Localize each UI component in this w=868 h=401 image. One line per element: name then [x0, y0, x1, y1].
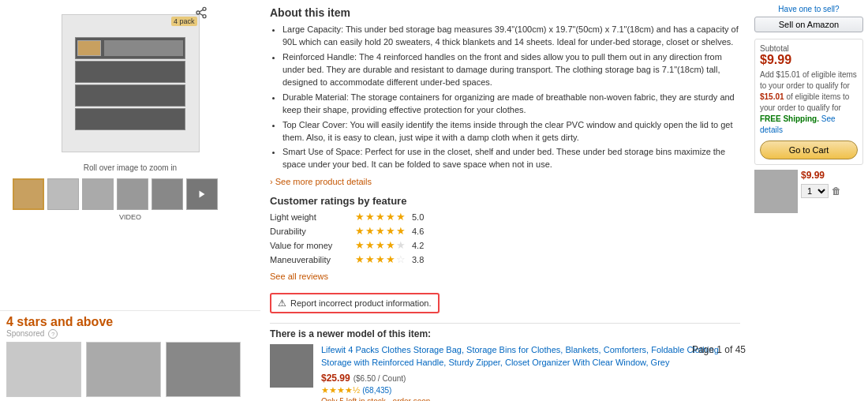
newer-model-review-count[interactable]: (68,435): [362, 386, 391, 395]
rating-label-maneuverability: Maneuverability: [270, 255, 349, 264]
rating-value-durability: 4.6: [412, 227, 424, 236]
bullet-1: Large Capacity: This under bed storage b…: [282, 24, 740, 49]
stars-value: ★ ★ ★ ★ ★: [355, 239, 406, 251]
svg-line-3: [199, 13, 203, 16]
see-more-link[interactable]: › See more product details: [270, 177, 372, 186]
price-diff: $15.01: [760, 92, 786, 101]
rating-label-lightweight: Light weight: [270, 212, 349, 222]
sponsored-product-1[interactable]: [6, 342, 81, 397]
cart-item-preview: $9.99 1 2 3 🗑: [754, 170, 863, 213]
free-shipping-text: FREE Shipping.: [760, 114, 819, 123]
thumbnail-5[interactable]: [152, 178, 183, 210]
subtotal-label: Subtotal: [760, 44, 858, 53]
ratings-title: Customer ratings by feature: [270, 195, 740, 207]
sponsored-product-3[interactable]: [166, 342, 241, 397]
newer-model-link[interactable]: Lifewit 4 Packs Clothes Storage Bag, Sto…: [321, 345, 719, 366]
newer-model-info: Lifewit 4 Packs Clothes Storage Bag, Sto…: [321, 344, 740, 401]
cart-preview-image: [754, 170, 798, 213]
rating-row-value: Value for money ★ ★ ★ ★ ★ 4.2: [270, 239, 740, 251]
subtotal-section: Subtotal $9.99 Add $15.01 of eligible it…: [754, 39, 863, 165]
rating-row-maneuverability: Maneuverability ★ ★ ★ ★ ☆ 3.8: [270, 253, 740, 265]
bullet-2: Reinforced Handle: The 4 reinforced hand…: [282, 51, 740, 89]
newer-model-price: $25.99: [321, 373, 350, 384]
thumbnail-4[interactable]: [117, 178, 148, 210]
bullet-4: Top Clear Cover: You will easily identif…: [282, 119, 740, 144]
stars-durability: ★ ★ ★ ★ ★: [355, 225, 406, 237]
thumbnail-3[interactable]: [82, 178, 114, 210]
go-to-cart-button[interactable]: Go to Cart: [760, 141, 858, 159]
ratings-section: Customer ratings by feature Light weight…: [270, 195, 740, 282]
newer-model-price-per: ($6.50 / Count): [354, 374, 406, 383]
thumbnail-6[interactable]: [186, 178, 218, 210]
stars-maneuverability: ★ ★ ★ ★ ☆: [355, 253, 406, 265]
rating-label-value: Value for money: [270, 241, 349, 250]
sponsored-label: Sponsored ?: [6, 329, 254, 339]
report-box[interactable]: ⚠ Report incorrect product information.: [270, 293, 440, 313]
add-info: Add $15.01 of eligible items to your ord…: [760, 69, 858, 136]
rating-row-lightweight: Light weight ★ ★ ★ ★ ★ 5.0: [270, 211, 740, 223]
delete-icon[interactable]: 🗑: [832, 186, 841, 197]
svg-point-0: [203, 7, 206, 10]
newer-model-image: [270, 344, 313, 388]
cart-item-price: $9.99: [801, 170, 841, 181]
quantity-select[interactable]: 1 2 3: [801, 184, 829, 198]
page-indicator: Page 1 of 45: [692, 344, 746, 355]
svg-point-1: [196, 11, 200, 14]
bullet-3: Durable Material: The storage containers…: [282, 92, 740, 117]
sell-on-amazon-button[interactable]: Sell on Amazon: [754, 17, 863, 32]
divider: [270, 323, 740, 324]
report-text: Report incorrect product information.: [290, 298, 432, 308]
report-icon: ⚠: [278, 298, 286, 309]
rating-label-durability: Durability: [270, 227, 349, 236]
have-one-link[interactable]: Have one to sell?: [754, 5, 863, 13]
subtotal-price: $9.99: [760, 53, 858, 67]
about-title: About this item: [270, 6, 740, 19]
about-bullets: Large Capacity: This under bed storage b…: [270, 24, 740, 171]
pack-badge: 4 pack: [171, 17, 197, 26]
svg-point-2: [203, 15, 206, 18]
share-icon[interactable]: [195, 6, 208, 21]
quantity-row: 1 2 3 🗑: [801, 184, 841, 198]
stars-lightweight: ★ ★ ★ ★ ★: [355, 211, 406, 223]
newer-model-content: Lifewit 4 Packs Clothes Storage Bag, Sto…: [270, 344, 740, 401]
sponsored-info-icon[interactable]: ?: [48, 329, 58, 339]
thumbnail-2[interactable]: [47, 178, 79, 210]
newer-model-section: There is a newer model of this item: Lif…: [270, 328, 740, 401]
rating-row-durability: Durability ★ ★ ★ ★ ★ 4.6: [270, 225, 740, 237]
sponsored-products-row: [6, 342, 254, 397]
rating-value-maneuverability: 3.8: [412, 255, 424, 264]
see-all-reviews-link[interactable]: See all reviews: [270, 272, 328, 281]
video-label: VIDEO: [6, 213, 254, 221]
thumbnail-1[interactable]: [13, 178, 44, 210]
four-stars-title: 4 stars and above: [6, 315, 254, 329]
sponsored-product-2[interactable]: [86, 342, 161, 397]
thumbnail-row: [6, 175, 254, 213]
rating-value-value: 4.2: [412, 241, 424, 250]
bullet-5: Smart Use of Space: Perfect for use in t…: [282, 146, 740, 171]
roll-over-text: Roll over image to zoom in: [6, 163, 254, 172]
newer-model-stars: ★★★★½ (68,435): [321, 385, 740, 395]
newer-model-title: There is a newer model of this item:: [270, 328, 740, 339]
svg-line-4: [199, 9, 203, 12]
stock-warning: Only 5 left in stock - order soon.: [321, 397, 740, 401]
rating-value-lightweight: 5.0: [412, 212, 424, 222]
svg-marker-5: [200, 191, 205, 198]
